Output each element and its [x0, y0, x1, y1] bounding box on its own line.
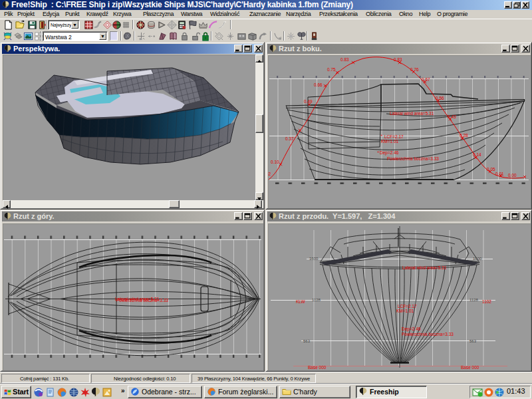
svg-text:0.83: 0.83 [340, 57, 349, 62]
svg-text:Dep=2.46: Dep=2.46 [402, 327, 421, 332]
svg-text:0.01: 0.01 [495, 172, 504, 176]
svg-text:Lateral wind area=5.31: Lateral wind area=5.31 [402, 265, 447, 270]
svg-text:Powierzchnia boczna=3.33: Powierzchnia boczna=3.33 [402, 332, 454, 336]
svg-text:KM=1.01: KM=1.01 [396, 309, 414, 313]
svg-text:0.67: 0.67 [422, 77, 430, 82]
svg-text:KM=1.01: KM=1.01 [381, 139, 399, 144]
svg-text:0.56: 0.56 [436, 96, 444, 100]
svg-text:Lateral wind area=5.31: Lateral wind area=5.31 [390, 111, 434, 116]
svg-text:1600: 1600 [473, 257, 482, 261]
svg-text:+: + [377, 150, 380, 154]
svg-text:1128: 1128 [469, 298, 479, 302]
svg-text:0.00: 0.00 [508, 173, 517, 178]
svg-text:Dep=2.46: Dep=2.46 [380, 150, 399, 156]
svg-text:LCF=2.17: LCF=2.17 [398, 304, 417, 309]
svg-text:02: 02 [268, 172, 271, 176]
svg-text:Powierzchnia boczna=3.33: Powierzchnia boczna=3.33 [116, 298, 168, 303]
svg-text:0.75: 0.75 [327, 67, 336, 72]
svg-text:0.76: 0.76 [410, 67, 419, 72]
svg-text:563: 563 [469, 339, 477, 343]
svg-text:Powierzchnia boczna=3.33: Powierzchnia boczna=3.33 [387, 156, 439, 161]
svg-text:Base 000: Base 000 [308, 365, 327, 370]
svg-text:KLW: KLW [296, 299, 305, 304]
svg-text:0.05: 0.05 [487, 167, 495, 172]
svg-text:0.14: 0.14 [473, 152, 481, 157]
svg-text:0.43: 0.43 [448, 114, 456, 119]
svg-text:LCF=2.17: LCF=2.17 [384, 134, 404, 139]
svg-text:1600: 1600 [309, 257, 319, 261]
svg-text:1128: 1128 [312, 298, 321, 302]
svg-text:0.28: 0.28 [460, 133, 468, 138]
svg-text:+: + [380, 133, 383, 137]
svg-text:0.66: 0.66 [314, 82, 323, 87]
svg-text:0.49: 0.49 [304, 99, 313, 104]
svg-text:0.83: 0.83 [394, 57, 402, 62]
svg-text:0.37: 0.37 [285, 136, 294, 141]
svg-text:Base 000: Base 000 [461, 365, 479, 370]
svg-text:0.10: 0.10 [271, 160, 279, 164]
svg-text:563: 563 [303, 339, 311, 343]
svg-text:1102: 1102 [482, 299, 491, 304]
